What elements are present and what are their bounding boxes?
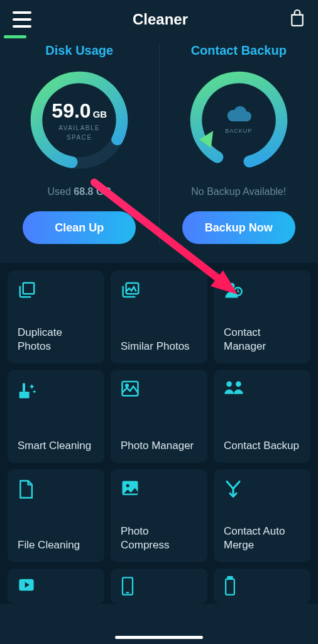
tile-smart-cleaning[interactable]: Smart Cleaning — [8, 370, 104, 463]
file-cleaning-icon — [18, 479, 94, 499]
tile-photo-compress[interactable]: Photo Compress — [111, 469, 207, 562]
tile-label: Similar Photos — [121, 340, 197, 353]
contact-backup-icon — [224, 380, 300, 400]
disk-available-value: 59.0 — [52, 99, 90, 122]
disk-sub-2: SPACE — [52, 133, 107, 142]
tile-label: File Cleaning — [18, 538, 94, 552]
device-icon — [121, 576, 197, 596]
backup-now-button[interactable]: Backup Now — [182, 211, 295, 244]
tile-photo-manager[interactable]: Photo Manager — [111, 370, 207, 463]
bag-icon[interactable] — [289, 9, 305, 30]
svg-rect-23 — [228, 577, 233, 579]
svg-point-17 — [126, 484, 129, 487]
disk-unit: GB — [93, 109, 107, 119]
tile-similar-photos[interactable]: Similar Photos — [111, 270, 207, 364]
contact-backup-title: Contact Backup — [191, 43, 287, 58]
disk-usage-ring: 59.0GB AVAILABLE SPACE — [26, 67, 133, 174]
tile-contact-auto-merge[interactable]: Contact Auto Merge — [214, 469, 310, 562]
svg-rect-11 — [23, 383, 25, 391]
home-indicator[interactable] — [115, 636, 203, 639]
disk-usage-card: Disk Usage 59.0GB AVAILABLE SPACE — [0, 43, 160, 244]
contact-manager-icon — [224, 280, 300, 301]
svg-rect-6 — [23, 283, 35, 294]
tile-duplicate-photos[interactable]: Duplicate Photos — [8, 270, 104, 364]
backup-ring: BACKUP — [185, 67, 292, 174]
tile-label: Contact Manager — [224, 326, 300, 353]
svg-rect-10 — [19, 392, 30, 399]
app-title: Cleaner — [133, 11, 188, 28]
backup-status: No Backup Available! — [191, 186, 286, 197]
tile-video[interactable] — [8, 569, 104, 604]
battery-icon — [224, 576, 300, 596]
tile-file-cleaning[interactable]: File Cleaning — [8, 469, 104, 562]
tile-label: Smart Cleaning — [18, 439, 94, 453]
tile-label: Contact Auto Merge — [224, 525, 300, 552]
disk-sub-1: AVAILABLE — [52, 124, 107, 132]
disk-usage-title: Disk Usage — [45, 43, 113, 58]
clean-up-button[interactable]: Clean Up — [23, 211, 136, 244]
contact-auto-merge-icon — [224, 479, 300, 499]
svg-point-2 — [185, 67, 292, 174]
tile-label: Photo Compress — [121, 525, 197, 552]
tile-device[interactable] — [111, 569, 207, 604]
tile-label: Contact Backup — [224, 439, 300, 453]
feature-grid: Duplicate Photos Similar Photos Contact … — [0, 263, 318, 604]
tile-contact-backup[interactable]: Contact Backup — [214, 370, 310, 463]
tile-battery[interactable] — [214, 569, 310, 604]
tile-contact-manager[interactable]: Contact Manager — [214, 270, 310, 364]
svg-point-15 — [236, 381, 241, 387]
summary-cards: Disk Usage 59.0GB AVAILABLE SPACE — [0, 38, 318, 257]
tile-label: Photo Manager — [121, 439, 197, 453]
tile-label: Duplicate Photos — [18, 326, 94, 353]
similar-photos-icon — [121, 280, 197, 301]
smart-cleaning-icon — [18, 380, 94, 400]
duplicate-photos-icon — [18, 280, 94, 301]
svg-point-13 — [126, 384, 128, 387]
contact-backup-card: Contact Backup BACKUP No Backup Avail — [160, 43, 319, 244]
svg-point-8 — [229, 283, 235, 289]
video-icon — [18, 577, 94, 595]
app-header: Cleaner — [0, 0, 318, 35]
svg-rect-22 — [226, 579, 234, 595]
disk-used-status: Used 68.8 GB — [48, 186, 111, 197]
menu-icon[interactable] — [13, 11, 31, 28]
photo-manager-icon — [121, 380, 197, 400]
photo-compress-icon — [121, 479, 197, 499]
svg-point-14 — [226, 381, 232, 387]
